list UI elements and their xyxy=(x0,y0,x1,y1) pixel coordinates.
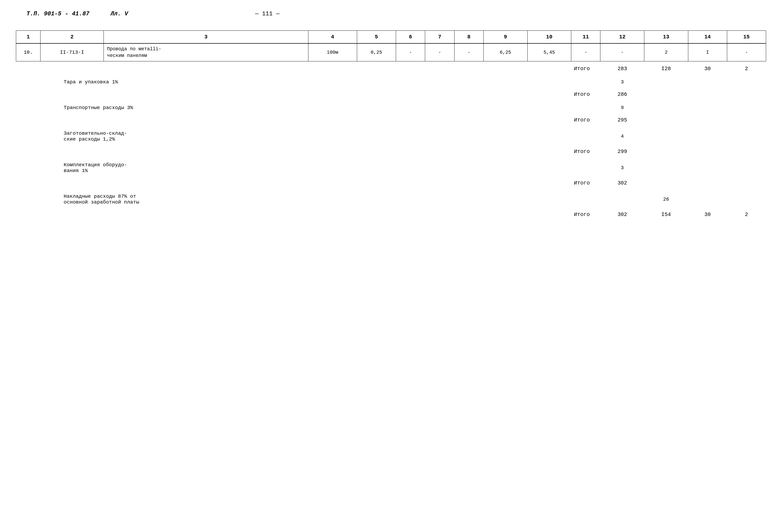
page-header: Т.П. 901-5 - 41.87 Лл. V — 111 — xyxy=(27,10,766,17)
col-header-9: 9 xyxy=(484,31,527,44)
table-header-row: 1 2 3 4 5 6 7 8 9 10 11 12 13 14 15 xyxy=(16,31,766,44)
col-header-7: 7 xyxy=(425,31,454,44)
col-header-10: 10 xyxy=(527,31,571,44)
table-row: Тара и упаковка 1%3 xyxy=(16,76,766,87)
doc-number: Т.П. 901-5 - 41.87 xyxy=(27,10,90,17)
col-header-4: 4 xyxy=(308,31,357,44)
table-row: Транспортные расходы 3%9 xyxy=(16,102,766,113)
table-row: Итого302I54302 xyxy=(16,207,766,222)
col-header-15: 15 xyxy=(727,31,766,44)
main-table: 1 2 3 4 5 6 7 8 9 10 11 12 13 14 15 10.I… xyxy=(16,30,766,222)
table-row: Итого295 xyxy=(16,113,766,127)
sheet-label: Лл. V xyxy=(111,10,128,17)
table-row: Итого283I28302 xyxy=(16,61,766,76)
table-row: Накладные расходы 87% отосновной заработ… xyxy=(16,190,766,207)
page-number: — 111 — xyxy=(255,10,280,17)
table-row: Комплектация оборудо-вания 1%3 xyxy=(16,159,766,176)
col-header-8: 8 xyxy=(454,31,484,44)
col-header-3: 3 xyxy=(104,31,309,44)
col-header-2: 2 xyxy=(40,31,104,44)
col-header-11: 11 xyxy=(571,31,600,44)
col-header-12: 12 xyxy=(600,31,644,44)
col-header-13: 13 xyxy=(644,31,688,44)
table-row: Итого286 xyxy=(16,87,766,102)
col-header-14: 14 xyxy=(688,31,727,44)
col-header-5: 5 xyxy=(357,31,396,44)
col-header-6: 6 xyxy=(396,31,425,44)
col-header-1: 1 xyxy=(16,31,40,44)
table-row: Итого299 xyxy=(16,144,766,159)
table-row: Заготовительно-склад-ские расходы 1,2%4 xyxy=(16,127,766,144)
table-row: 10.II-713-IПровода по метalli-ческим пан… xyxy=(16,43,766,61)
table-row: Итого302 xyxy=(16,176,766,190)
